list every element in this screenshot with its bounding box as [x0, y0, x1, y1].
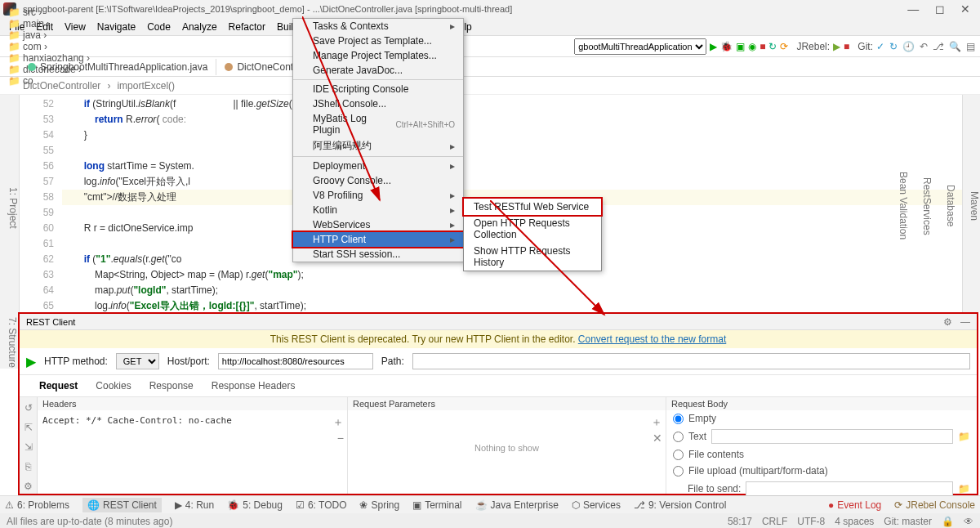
lock-icon[interactable]: 🔒 — [942, 516, 954, 527]
export-icon[interactable]: ⇱ — [24, 422, 33, 433]
run-config-select[interactable]: gbootMultiThreadApplication — [574, 38, 706, 55]
git-history-icon[interactable]: 🕘 — [902, 41, 915, 52]
http-client-submenu[interactable]: Test RESTful Web Service Open HTTP Reque… — [463, 198, 602, 271]
beanvalidation-tool[interactable]: Bean Validation — [898, 100, 909, 312]
tools-item-generate-javadoc-[interactable]: Generate JavaDoc... — [293, 63, 463, 78]
copy-icon[interactable]: ⎘ — [25, 461, 31, 472]
remove-header-button[interactable]: − — [337, 432, 344, 445]
git-status[interactable]: Git: master — [884, 516, 932, 527]
send-request-button[interactable]: ▶ — [26, 354, 36, 369]
maven-tool[interactable]: Maven — [969, 100, 980, 312]
crumb-java[interactable]: 📁java › — [5, 29, 93, 41]
run-tab[interactable]: ▶ 4: Run — [175, 499, 214, 511]
remove-param-button[interactable]: ✕ — [653, 432, 662, 445]
http-method-select[interactable]: GET — [116, 353, 159, 369]
folder2-icon[interactable]: 📁 — [958, 483, 970, 494]
restservices-tool[interactable]: RestServices — [921, 100, 933, 312]
tools-item-v8-profiling[interactable]: V8 Profiling▸ — [293, 188, 463, 203]
close-icon[interactable]: ✕ — [960, 2, 970, 16]
tools-menu-dropdown[interactable]: Tasks & Contexts▸Save Project as Templat… — [292, 18, 464, 262]
version-control-tab[interactable]: ⎇ 9: Version Control — [634, 499, 726, 511]
run-icon[interactable]: ▶ — [710, 41, 717, 52]
line-sep[interactable]: CRLF — [762, 516, 787, 527]
git-update-icon[interactable]: ✓ — [876, 41, 884, 52]
settings-icon[interactable]: ▤ — [966, 41, 975, 52]
cursor-position[interactable]: 58:17 — [728, 516, 752, 527]
coverage-icon[interactable]: ▣ — [736, 41, 745, 52]
convert-request-link[interactable]: Convert request to the new format — [578, 333, 726, 345]
tools-item-http-client[interactable]: HTTP Client▸ — [292, 230, 465, 248]
maximize-icon[interactable]: ◻ — [935, 2, 945, 16]
git-revert-icon[interactable]: ↶ — [920, 41, 928, 52]
tools-item-mybatis-log-plugin[interactable]: MyBatis Log PluginCtrl+Alt+Shift+O — [293, 111, 463, 137]
headers-textarea[interactable]: Accept: */* Cache-Control: no-cache — [38, 410, 347, 431]
database-tool[interactable]: Database — [945, 100, 956, 312]
event-log-tab[interactable]: ● Event Log — [828, 499, 881, 511]
crumb-main[interactable]: 📁main › — [5, 18, 93, 29]
crumb-com[interactable]: 📁com › — [5, 41, 93, 52]
inspect-icon[interactable]: 👁 — [964, 516, 973, 527]
git-branches-icon[interactable]: ⎇ — [933, 41, 944, 52]
host-input[interactable] — [218, 353, 373, 369]
project-tool[interactable]: 1: Project — [7, 103, 19, 312]
tools-item-save-project-as-template-[interactable]: Save Project as Template... — [293, 34, 463, 48]
search-icon[interactable]: 🔍 — [949, 41, 961, 52]
folder-icon[interactable]: 📁 — [958, 431, 970, 442]
menu-analyze[interactable]: Analyze — [176, 20, 223, 34]
show-http-history-item[interactable]: Show HTTP Requests History — [464, 243, 601, 271]
tools-item-ide-scripting-console[interactable]: IDE Scripting Console — [293, 82, 463, 96]
tools-item--[interactable]: 阿里编码规约▸ — [293, 137, 463, 154]
hotswap-icon[interactable]: ⟳ — [780, 41, 788, 52]
tools-item-kotlin[interactable]: Kotlin▸ — [293, 203, 463, 217]
debug-icon[interactable]: 🐞 — [720, 41, 733, 52]
rest-client-tab[interactable]: 🌐 REST Client — [82, 498, 162, 512]
minimize-icon[interactable]: — — [907, 2, 919, 16]
add-param-button[interactable]: ＋ — [651, 415, 662, 430]
gear-icon[interactable]: ⚙ — [943, 316, 952, 328]
debug-tab[interactable]: 🐞 5: Debug — [227, 499, 283, 511]
body-empty-radio[interactable] — [673, 414, 684, 424]
tools-item-deployment[interactable]: Deployment▸ — [293, 159, 463, 173]
terminal-tab[interactable]: ▣ Terminal — [412, 499, 461, 511]
test-restful-item[interactable]: Test RESTful Web Service — [462, 197, 603, 217]
path-input[interactable] — [412, 353, 970, 369]
java-enterprise-tab[interactable]: ☕ Java Enterprise — [475, 499, 559, 511]
history-icon[interactable]: ↺ — [24, 402, 33, 414]
minimize-panel-icon[interactable]: — — [960, 316, 970, 328]
tools-item-tasks-contexts[interactable]: Tasks & Contexts▸ — [293, 19, 463, 34]
profile-icon[interactable]: ◉ — [748, 41, 756, 52]
spring-tab[interactable]: ❀ Spring — [359, 499, 399, 511]
menu-code[interactable]: Code — [141, 20, 176, 34]
tools-item-jshell-console-[interactable]: JShell Console... — [293, 96, 463, 111]
cookies-tab[interactable]: Cookies — [94, 378, 132, 393]
problems-tab[interactable]: ⚠ 6: Problems — [5, 499, 69, 511]
request-tab[interactable]: Request — [38, 378, 79, 393]
open-http-requests-item[interactable]: Open HTTP Requests Collection — [464, 215, 601, 243]
file-to-send-field[interactable] — [746, 481, 953, 496]
tools-item-start-ssh-session-[interactable]: Start SSH session... — [293, 247, 463, 262]
indent[interactable]: 4 spaces — [835, 516, 874, 527]
services-tab[interactable]: ⬡ Services — [572, 499, 621, 511]
todo-tab[interactable]: ☑ 6: TODO — [296, 499, 347, 511]
tools-item-manage-project-templates-[interactable]: Manage Project Templates... — [293, 48, 463, 63]
jr-run-icon[interactable]: ▶ — [833, 41, 840, 52]
gear2-icon[interactable]: ⚙ — [24, 481, 33, 492]
body-fileupload-radio[interactable] — [673, 466, 684, 477]
import-icon[interactable]: ⇲ — [24, 441, 33, 453]
method-crumb[interactable]: importExcel() — [117, 80, 175, 92]
body-text-field[interactable] — [711, 429, 953, 444]
jr-debug-icon[interactable]: ■ — [844, 41, 849, 52]
tab-springboot-app[interactable]: SpringbootMultiThreadApplication.java — [20, 59, 216, 75]
menu-navigate[interactable]: Navigate — [91, 20, 141, 34]
encoding[interactable]: UTF-8 — [797, 516, 825, 527]
jrebel-console-tab[interactable]: ⟳ JRebel Console — [894, 499, 975, 511]
response-tab[interactable]: Response — [148, 378, 195, 393]
menu-refactor[interactable]: Refactor — [223, 20, 271, 34]
tools-item-groovy-console-[interactable]: Groovy Console... — [293, 173, 463, 188]
add-header-button[interactable]: ＋ — [332, 415, 344, 430]
git-commit-icon[interactable]: ↻ — [889, 41, 898, 52]
structure-tool[interactable]: 7: Structure — [7, 317, 18, 369]
stop-icon[interactable]: ■ — [760, 41, 765, 52]
crumb-src[interactable]: 📁src › — [5, 7, 93, 18]
rerun-icon[interactable]: ↻ — [768, 41, 777, 52]
